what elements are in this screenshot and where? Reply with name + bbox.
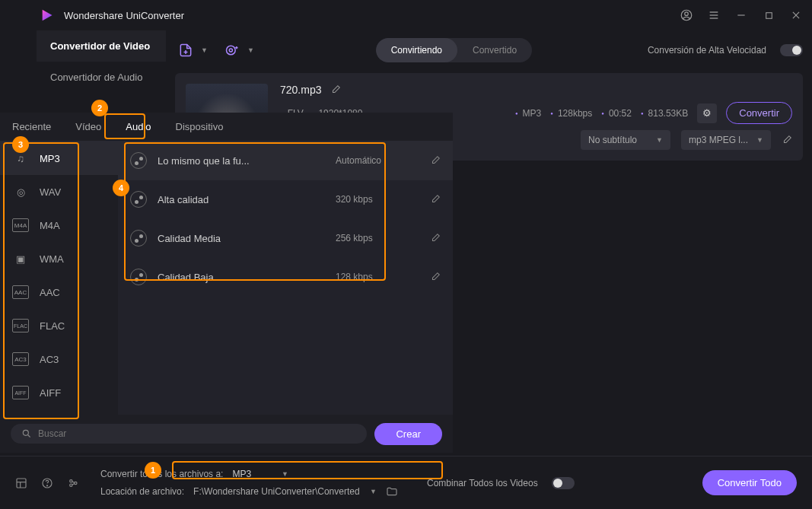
add-files-icon[interactable] — [175, 40, 196, 61]
convert-all-row: Convertir todos los archivos a: MP3 ▼ — [100, 469, 398, 479]
format-aac[interactable]: AACAAC — [0, 275, 118, 309]
wma-icon: ▣ — [12, 252, 29, 266]
note-icon: ♫ — [12, 151, 29, 165]
location-input[interactable] — [193, 486, 361, 497]
duration: 00:52 — [609, 108, 632, 119]
picker-tab-device[interactable]: Dispositivo — [164, 113, 236, 141]
account-icon[interactable] — [680, 8, 693, 22]
convert-all-select[interactable]: MP3 ▼ — [232, 469, 288, 479]
disc-icon: ◎ — [12, 185, 29, 199]
add-from-device-icon[interactable] — [221, 40, 243, 61]
edit-quality-icon[interactable] — [430, 155, 441, 166]
quality-auto[interactable]: Lo mismo que la fu...Automático — [118, 142, 453, 180]
picker-tab-video[interactable]: Vídeo — [63, 113, 113, 141]
add-files-caret-icon[interactable]: ▼ — [201, 46, 208, 54]
file-name: 720.mp3 — [280, 84, 321, 96]
edit-quality-icon[interactable] — [430, 233, 441, 243]
svg-point-1 — [685, 12, 689, 16]
preset-edit-icon[interactable] — [782, 135, 792, 145]
combine-label: Combinar Todos los Videos — [427, 478, 538, 488]
search-input[interactable] — [38, 428, 356, 439]
app-logo — [40, 7, 56, 24]
quality-icon — [130, 230, 147, 247]
quality-icon — [130, 152, 147, 169]
window-controls — [680, 8, 803, 22]
content-toolbar: ▼ ▼ Convirtiendo Convertido Conversión d… — [175, 30, 803, 70]
m4a-icon: M4A — [12, 218, 29, 232]
ac3-icon: AC3 — [12, 352, 29, 366]
svg-point-11 — [226, 46, 235, 55]
status-tabs-wrap: Convirtiendo Convertido — [268, 38, 640, 62]
quality-icon — [130, 269, 147, 285]
preset-settings-icon[interactable]: ⚙ — [697, 103, 717, 123]
picker-tab-recent[interactable]: Reciente — [0, 113, 63, 141]
file-size: 813.53KB — [648, 108, 689, 119]
convert-button[interactable]: Convertir — [726, 102, 792, 124]
file-name-row: 720.mp3 — [280, 84, 792, 96]
titlebar: Wondershare UniConverter — [0, 0, 812, 30]
add-from-device-caret-icon[interactable]: ▼ — [247, 46, 254, 54]
open-folder-icon[interactable] — [386, 485, 398, 498]
location-label: Locación de archivo: — [100, 486, 184, 497]
app-title: Wondershare UniConverter — [64, 10, 680, 21]
merge-icon[interactable] — [67, 477, 79, 489]
tab-converted[interactable]: Convertido — [457, 38, 532, 62]
quality-high[interactable]: Alta calidad320 kbps — [118, 180, 453, 219]
high-speed-label: Conversión de Alta Velocidad — [648, 45, 766, 56]
menu-icon[interactable] — [707, 8, 721, 22]
location-caret-icon[interactable]: ▼ — [370, 488, 377, 495]
aiff-icon: AIFF — [12, 386, 29, 399]
format-wma[interactable]: ▣WMA — [0, 242, 118, 275]
format-aiff[interactable]: AIFFAIFF — [0, 376, 118, 409]
quality-list: Lo mismo que la fu...Automático Alta cal… — [118, 142, 453, 415]
format-wav[interactable]: ◎WAV — [0, 175, 118, 208]
minimize-icon[interactable] — [734, 8, 748, 22]
picker-tab-audio[interactable]: Audio — [113, 113, 163, 141]
format-flac[interactable]: FLACFLAC — [0, 309, 118, 342]
svg-rect-15 — [17, 479, 26, 488]
quality-icon — [130, 191, 147, 208]
sidebar-item-video-converter[interactable]: Convertidor de Video — [37, 30, 166, 62]
picker-body: ♫MP3 ◎WAV M4AM4A ▣WMA AACAAC FLACFLAC AC… — [0, 142, 453, 415]
format-mp3[interactable]: ♫MP3 — [0, 142, 118, 175]
close-icon[interactable] — [789, 8, 803, 22]
flac-icon: FLAC — [12, 319, 29, 332]
svg-line-23 — [72, 482, 75, 482]
bottombar: Convertir todos los archivos a: MP3 ▼ Lo… — [0, 456, 812, 509]
convert-all-button[interactable]: Convertir Todo — [702, 470, 797, 495]
combine-toggle[interactable] — [552, 477, 575, 489]
format-ac3[interactable]: AC3AC3 — [0, 342, 118, 376]
target-bitrate: 128kbps — [558, 108, 592, 119]
svg-point-12 — [229, 49, 232, 52]
edit-quality-icon[interactable] — [430, 194, 441, 205]
format-m4a[interactable]: M4AM4A — [0, 208, 118, 242]
format-search[interactable] — [11, 424, 367, 444]
format-list: ♫MP3 ◎WAV M4AM4A ▣WMA AACAAC FLACFLAC AC… — [0, 142, 118, 415]
svg-line-26 — [28, 435, 30, 437]
convert-all-label: Convertir todos los archivos a: — [100, 469, 223, 479]
subtitle-select[interactable]: No subtítulo▼ — [581, 130, 670, 150]
help-icon[interactable] — [41, 477, 53, 489]
svg-rect-6 — [766, 12, 772, 18]
picker-bottom: Crear — [0, 415, 453, 453]
status-tabs: Convirtiendo Convertido — [376, 38, 532, 62]
preset-select[interactable]: mp3 MPEG l...▼ — [681, 130, 771, 150]
search-icon — [21, 428, 32, 439]
location-row: Locación de archivo: ▼ — [100, 485, 398, 498]
high-speed-toggle[interactable] — [780, 44, 803, 56]
svg-point-25 — [23, 430, 28, 435]
aac-icon: AAC — [12, 285, 29, 299]
create-preset-button[interactable]: Crear — [374, 423, 442, 445]
edit-quality-icon[interactable] — [430, 272, 441, 282]
rename-icon[interactable] — [330, 84, 341, 95]
sidebar-item-audio-converter[interactable]: Convertidor de Audio — [37, 62, 166, 93]
tab-converting[interactable]: Convirtiendo — [376, 38, 457, 62]
layout-icon[interactable] — [15, 477, 27, 489]
target-format: MP3 — [523, 108, 542, 119]
svg-line-24 — [72, 483, 75, 484]
format-picker: Reciente Vídeo Audio Dispositivo ♫MP3 ◎W… — [0, 113, 453, 453]
maximize-icon[interactable] — [762, 8, 775, 22]
picker-tabs: Reciente Vídeo Audio Dispositivo — [0, 113, 453, 142]
quality-low[interactable]: Calidad Baja128 kbps — [118, 258, 453, 297]
quality-medium[interactable]: Calidad Media256 kbps — [118, 219, 453, 258]
